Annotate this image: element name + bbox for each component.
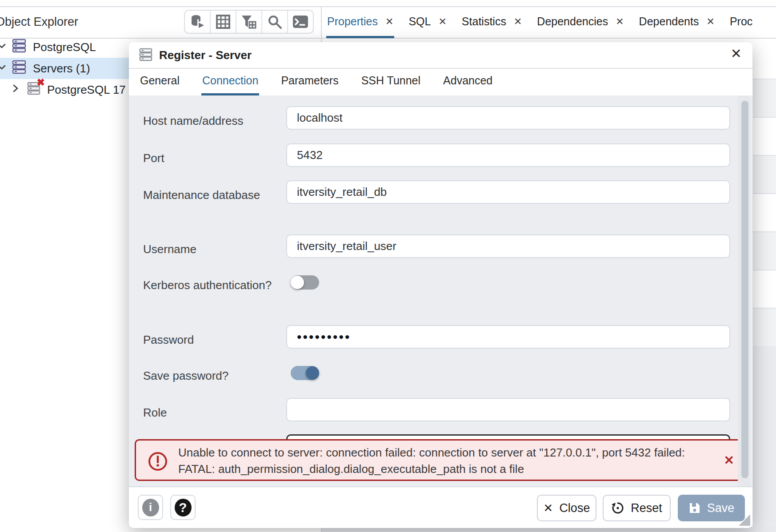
close-icon[interactable]: ✕ [706,16,714,28]
tab-label: Statistics [462,15,506,28]
close-button-label: Close [559,501,590,515]
filter-icon [241,15,256,29]
host-value: localhost [297,111,343,125]
chevron-down-icon[interactable] [0,40,7,54]
error-alert-icon [148,451,168,473]
close-icon[interactable]: ✕ [385,16,393,28]
kerberos-label: Kerberos authentication? [143,276,281,294]
role-input[interactable] [286,398,730,421]
search-icon [268,15,282,29]
search-button[interactable] [261,11,287,33]
dialog-tab-parameters[interactable]: Parameters [280,68,339,95]
dialog-body: Host name/address localhost Port 5432 Ma… [129,95,752,486]
reset-button[interactable]: Reset [603,495,671,521]
tab-properties[interactable]: Properties ✕ [326,7,394,38]
maintenance-db-value: itversity_retail_db [297,185,387,199]
filter-button[interactable] [236,11,261,33]
sql-info-button[interactable]: i [138,495,163,520]
panel-divider [321,7,322,42]
password-label: Password [143,331,281,349]
properties-panel-bg [753,39,776,532]
dialog-close-icon[interactable]: ✕ [731,46,742,61]
port-input[interactable]: 5432 [286,143,730,167]
help-button[interactable]: ? [170,495,196,520]
psql-tool-button[interactable] [287,11,313,33]
role-label: Role [143,404,281,421]
toggle-knob [291,276,304,289]
username-input[interactable]: itversity_retail_user [286,234,730,258]
table-grid-icon [216,15,230,29]
connection-error-banner: Unable to connect to server: connection … [135,439,749,481]
dialog-scrollbar-thumb[interactable] [741,101,748,478]
save-password-toggle[interactable] [291,366,319,380]
toggle-knob [306,366,319,380]
table-button[interactable] [210,11,236,33]
tab-dependencies[interactable]: Dependencies ✕ [536,7,624,38]
port-label: Port [143,149,281,167]
password-input[interactable]: ••••••••• [286,325,730,349]
tree-item-label[interactable]: Servers (1) [33,62,90,75]
save-password-label: Save password? [143,367,281,385]
info-icon: i [142,499,159,516]
tab-sql[interactable]: SQL ✕ [408,7,447,38]
dialog-title: Register - Server [159,48,252,62]
close-icon[interactable]: ✕ [438,16,446,28]
save-button[interactable]: Save [678,495,745,521]
browser-toolbar [184,10,314,34]
close-button[interactable]: ✕ Close [537,495,596,521]
database-view-icon [190,15,205,29]
error-message: Unable to connect to server: connection … [178,445,685,477]
password-value: ••••••••• [297,330,351,345]
tab-label: Dependents [639,15,699,28]
register-server-dialog: Register - Server ✕ General Connection P… [129,42,752,527]
pgadmin-window: Object Explorer [0,0,776,532]
dialog-header: Register - Server ✕ [129,42,752,69]
psql-terminal-icon [292,15,308,28]
tree-item-label[interactable]: PostgreSQL 17 [47,83,126,97]
tab-label: Dependencies [537,15,608,28]
tab-label: Properties [327,15,378,28]
username-value: itversity_retail_user [297,239,396,253]
reset-button-label: Reset [631,501,662,515]
object-explorer-title: Object Explorer [0,15,78,29]
error-line-2: FATAL: auth_permission_dialog.dialog_exe… [178,461,685,477]
view-data-button[interactable] [185,11,210,33]
chevron-down-icon[interactable] [0,62,7,75]
reset-icon [611,501,624,515]
chevron-right-icon[interactable] [11,83,20,97]
error-close-icon[interactable]: ✕ [724,453,734,468]
username-label: Username [143,240,281,258]
tab-processes[interactable]: Proc [729,7,753,38]
server-disconnected-icon: ✖ [27,81,41,99]
tab-statistics[interactable]: Statistics ✕ [461,7,523,38]
dialog-footer: i ? ✕ Close Reset Save [129,486,752,528]
maintenance-db-label: Maintenance database [143,186,281,204]
close-icon[interactable]: ✕ [616,16,624,28]
close-icon[interactable]: ✕ [514,16,522,28]
save-floppy-icon [688,502,701,514]
save-button-label: Save [707,501,735,515]
tree-item-label[interactable]: PostgreSQL [33,40,96,54]
dialog-tab-connection[interactable]: Connection [201,68,259,95]
server-group-icon [12,38,27,56]
port-value: 5432 [297,148,323,162]
dialog-tab-general[interactable]: General [139,68,180,95]
close-x-icon: ✕ [544,501,553,515]
tab-label: SQL [408,15,431,28]
server-group-icon [12,60,27,78]
dialog-tab-bar: General Connection Parameters SSH Tunnel… [139,68,493,95]
dialog-resize-handle[interactable] [739,514,750,526]
dialog-tab-advanced[interactable]: Advanced [442,68,493,95]
server-icon [139,47,153,64]
error-line-1: Unable to connect to server: connection … [178,445,685,461]
kerberos-toggle[interactable] [291,275,319,290]
tab-dependents[interactable]: Dependents ✕ [638,7,716,38]
host-label: Host name/address [143,112,281,130]
maintenance-db-input[interactable]: itversity_retail_db [286,180,730,204]
host-input[interactable]: localhost [286,106,730,130]
tab-label: Proc [730,15,752,28]
dialog-tab-ssh-tunnel[interactable]: SSH Tunnel [360,68,421,95]
disconnected-x-badge: ✖ [37,77,45,88]
main-tab-bar: Properties ✕ SQL ✕ Statistics ✕ Dependen… [326,7,776,38]
help-icon: ? [175,499,192,516]
